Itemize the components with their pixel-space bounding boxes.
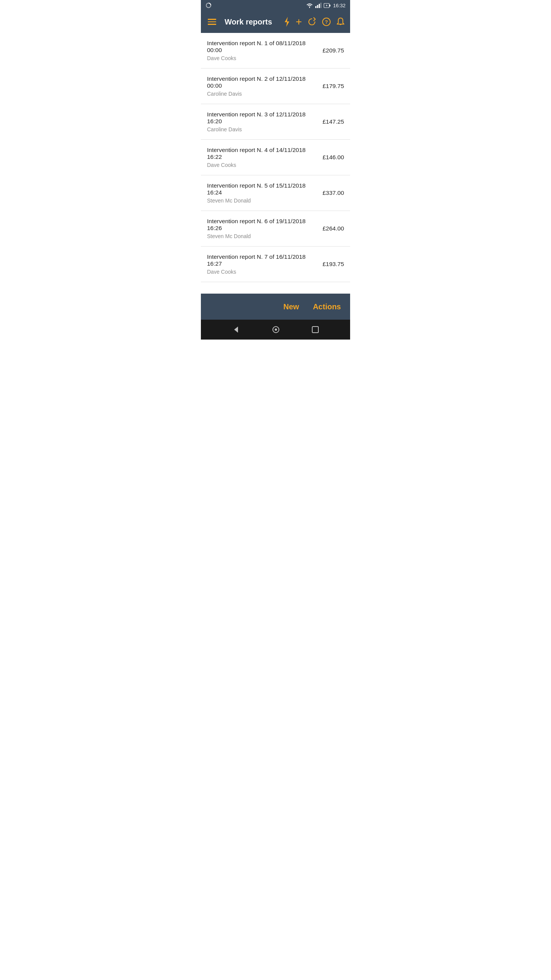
lightning-icon[interactable] xyxy=(284,17,290,27)
back-nav-icon[interactable] xyxy=(232,325,240,334)
list-item-info: Intervention report N. 1 of 08/11/2018 0… xyxy=(207,40,319,61)
add-icon[interactable]: + xyxy=(296,16,302,27)
list-item-info: Intervention report N. 6 of 19/11/2018 1… xyxy=(207,218,319,239)
svg-marker-12 xyxy=(234,327,238,333)
list-item[interactable]: Intervention report N. 1 of 08/11/2018 0… xyxy=(201,33,350,69)
hamburger-menu-icon[interactable] xyxy=(206,17,218,26)
svg-rect-7 xyxy=(329,5,331,7)
help-icon[interactable]: ? xyxy=(322,17,331,26)
svg-marker-9 xyxy=(285,17,289,27)
list-item-title: Intervention report N. 4 of 14/11/2018 1… xyxy=(207,147,319,160)
svg-rect-5 xyxy=(321,3,322,8)
list-item-person: Dave Cooks xyxy=(207,162,319,168)
list-item-title: Intervention report N. 2 of 12/11/2018 0… xyxy=(207,75,319,89)
actions-button[interactable]: Actions xyxy=(311,299,342,314)
list-item[interactable]: Intervention report N. 3 of 12/11/2018 1… xyxy=(201,104,350,140)
list-item-person: Steven Mc Donald xyxy=(207,233,319,239)
list-item[interactable]: Intervention report N. 2 of 12/11/2018 0… xyxy=(201,69,350,104)
svg-marker-8 xyxy=(326,4,328,7)
list-item-info: Intervention report N. 3 of 12/11/2018 1… xyxy=(207,111,319,132)
list-item-info: Intervention report N. 7 of 16/11/2018 1… xyxy=(207,253,319,275)
bell-icon[interactable] xyxy=(336,17,345,26)
battery-icon xyxy=(324,3,331,8)
list-item[interactable]: Intervention report N. 4 of 14/11/2018 1… xyxy=(201,140,350,175)
recent-nav-icon[interactable] xyxy=(311,326,319,333)
list-item-person: Steven Mc Donald xyxy=(207,198,319,204)
list-item-person: Dave Cooks xyxy=(207,269,319,275)
list-item-amount: £179.75 xyxy=(323,83,344,90)
home-nav-icon[interactable] xyxy=(272,325,280,334)
list-item[interactable]: Intervention report N. 7 of 16/11/2018 1… xyxy=(201,247,350,282)
svg-rect-3 xyxy=(317,5,318,8)
wifi-icon xyxy=(306,3,313,8)
reports-list: Intervention report N. 1 of 08/11/2018 0… xyxy=(201,33,350,282)
list-item-info: Intervention report N. 2 of 12/11/2018 0… xyxy=(207,75,319,97)
list-item-person: Caroline Davis xyxy=(207,91,319,97)
list-item-title: Intervention report N. 6 of 19/11/2018 1… xyxy=(207,218,319,232)
toolbar-actions: + ? xyxy=(284,16,345,27)
svg-point-14 xyxy=(275,328,277,331)
list-item[interactable]: Intervention report N. 6 of 19/11/2018 1… xyxy=(201,211,350,247)
list-item-amount: £337.00 xyxy=(323,189,344,196)
svg-text:?: ? xyxy=(325,19,328,25)
toolbar: Work reports + ? xyxy=(201,11,350,33)
list-item-amount: £193.75 xyxy=(323,261,344,268)
list-item-amount: £147.25 xyxy=(323,118,344,125)
new-button[interactable]: New xyxy=(282,299,301,314)
svg-rect-2 xyxy=(315,6,316,8)
status-bar: 16:32 xyxy=(201,0,350,11)
list-item-info: Intervention report N. 4 of 14/11/2018 1… xyxy=(207,147,319,168)
nav-bar xyxy=(201,320,350,340)
list-item-title: Intervention report N. 7 of 16/11/2018 1… xyxy=(207,253,319,267)
svg-point-1 xyxy=(309,7,310,8)
list-item-person: Dave Cooks xyxy=(207,55,319,61)
status-bar-left xyxy=(205,2,212,8)
list-item-title: Intervention report N. 5 of 15/11/2018 1… xyxy=(207,182,319,196)
svg-rect-4 xyxy=(319,4,320,8)
list-item[interactable]: Intervention report N. 5 of 15/11/2018 1… xyxy=(201,175,350,211)
svg-rect-15 xyxy=(312,327,318,333)
action-bar: New Actions xyxy=(201,294,350,320)
status-bar-right: 16:32 xyxy=(306,3,346,8)
list-item-title: Intervention report N. 1 of 08/11/2018 0… xyxy=(207,40,319,54)
page-title: Work reports xyxy=(225,18,279,26)
list-item-info: Intervention report N. 5 of 15/11/2018 1… xyxy=(207,182,319,204)
sync-status-icon xyxy=(205,2,212,8)
list-item-amount: £209.75 xyxy=(323,47,344,54)
list-item-amount: £146.00 xyxy=(323,154,344,161)
signal-icon xyxy=(315,3,321,8)
list-spacer xyxy=(201,282,350,294)
list-item-amount: £264.00 xyxy=(323,225,344,232)
refresh-icon[interactable] xyxy=(307,17,316,26)
list-item-title: Intervention report N. 3 of 12/11/2018 1… xyxy=(207,111,319,125)
status-time: 16:32 xyxy=(333,3,346,8)
list-item-person: Caroline Davis xyxy=(207,126,319,132)
